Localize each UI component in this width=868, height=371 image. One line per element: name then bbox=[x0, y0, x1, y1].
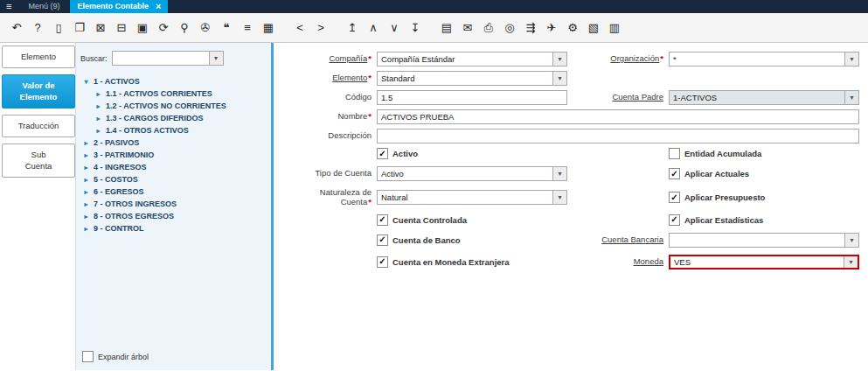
dropdown-arrow-icon[interactable]: ▾ bbox=[844, 91, 858, 104]
dropdown-arrow-icon[interactable]: ▾ bbox=[552, 167, 566, 180]
tree-expand-icon[interactable]: ▸ bbox=[82, 176, 90, 184]
organizacion-combobox[interactable]: *▾ bbox=[669, 52, 859, 66]
tipo-de-cuenta-combobox[interactable]: Activo▾ bbox=[377, 166, 567, 181]
checkbox-icon[interactable]: ✓ bbox=[377, 234, 388, 246]
tree-expand-icon[interactable]: ▸ bbox=[94, 115, 102, 122]
cuenta-controlada-checkbox[interactable]: ✓ Cuenta Controlada bbox=[377, 214, 567, 226]
tree-expand-icon[interactable]: ▸ bbox=[82, 151, 90, 159]
workflow-icon[interactable]: ▥ bbox=[604, 22, 625, 33]
compania-label-text[interactable]: Compañía bbox=[329, 53, 367, 63]
tree-item[interactable]: ▸5 - COSTOS bbox=[82, 173, 269, 186]
help-icon[interactable]: ? bbox=[27, 22, 48, 33]
undo-icon[interactable]: ↶ bbox=[6, 22, 27, 33]
chat-icon[interactable]: ❝ bbox=[216, 22, 237, 33]
find-icon[interactable]: ⚲ bbox=[174, 22, 195, 33]
nombre-input[interactable] bbox=[377, 109, 859, 124]
previous-record-icon[interactable]: ∧ bbox=[363, 22, 384, 33]
tree-expand-icon[interactable]: ▸ bbox=[94, 90, 102, 98]
grid-view-icon[interactable]: ▦ bbox=[258, 22, 279, 33]
next-record-icon[interactable]: ∨ bbox=[384, 22, 405, 33]
tab-valor-de-elemento[interactable]: Valor de Elemento bbox=[2, 74, 75, 108]
tree-item[interactable]: ▸3 - PATRIMONIO bbox=[82, 149, 269, 161]
tree-item[interactable]: ▸1.2 - ACTIVOS NO CORRIENTES bbox=[82, 100, 269, 112]
zoom-across-icon[interactable]: ◎ bbox=[499, 22, 520, 33]
cuenta-de-banco-checkbox[interactable]: ✓ Cuenta de Banco bbox=[377, 234, 567, 246]
delete-selection-icon[interactable]: ⊟ bbox=[111, 22, 132, 33]
tree-item[interactable]: ▸6 - EGRESOS bbox=[82, 186, 269, 198]
refresh-icon[interactable]: ⟳ bbox=[153, 22, 174, 33]
elemento-label-text[interactable]: Elemento bbox=[332, 73, 367, 82]
save-icon[interactable]: ▣ bbox=[132, 22, 153, 33]
requests-icon[interactable]: ✈ bbox=[541, 22, 562, 33]
tree-expand-icon[interactable]: ▾ bbox=[82, 78, 90, 86]
tree-expand-icon[interactable]: ▸ bbox=[82, 200, 90, 208]
cuenta-padre-label-text[interactable]: Cuenta Padre bbox=[612, 92, 663, 102]
cuenta-padre-combobox[interactable]: 1-ACTIVOS▾ bbox=[669, 90, 859, 105]
tree-expand-icon[interactable]: ▸ bbox=[94, 102, 102, 110]
aplicar-estadisticas-checkbox[interactable]: ✓ Aplicar Estadísticas bbox=[669, 214, 859, 226]
checkbox-icon[interactable]: ✓ bbox=[377, 214, 388, 226]
tree-expand-icon[interactable]: ▸ bbox=[82, 139, 90, 147]
codigo-input[interactable] bbox=[377, 90, 567, 105]
organizacion-label-text[interactable]: Organización bbox=[610, 53, 659, 63]
menu-icon[interactable]: ≡ bbox=[0, 0, 17, 13]
tab-sub-cuenta[interactable]: Sub Cuenta bbox=[2, 144, 75, 178]
checkbox-icon[interactable] bbox=[669, 148, 680, 159]
dropdown-arrow-icon[interactable]: ▾ bbox=[552, 191, 566, 204]
entidad-acumulada-checkbox[interactable]: Entidad Acumulada bbox=[669, 148, 859, 159]
elemento-combobox[interactable]: Standard▾ bbox=[377, 71, 567, 86]
delete-record-icon[interactable]: ⊠ bbox=[90, 22, 111, 33]
moneda-label-text[interactable]: Moneda bbox=[634, 256, 663, 266]
aplicar-presupuesto-checkbox[interactable]: ✓ Aplicar Presupuesto bbox=[669, 192, 859, 203]
checkbox-icon[interactable]: ✓ bbox=[669, 168, 680, 179]
tree-item[interactable]: ▸1.3 - CARGOS DIFERIDOS bbox=[82, 112, 269, 124]
copy-record-icon[interactable]: ❐ bbox=[69, 22, 90, 33]
new-record-icon[interactable]: ▯ bbox=[48, 22, 69, 33]
tree-expand-icon[interactable]: ▸ bbox=[82, 188, 90, 196]
tree-item[interactable]: ▸1.4 - OTROS ACTIVOS bbox=[82, 124, 269, 136]
checkbox-icon[interactable]: ✓ bbox=[669, 214, 680, 226]
compania-combobox[interactable]: Compañía Estándar▾ bbox=[377, 52, 567, 66]
tree-item[interactable]: ▾1 - ACTIVOS bbox=[82, 75, 269, 88]
descripcion-input[interactable] bbox=[377, 129, 859, 144]
active-workflows-icon[interactable]: ⇶ bbox=[520, 22, 541, 33]
dropdown-arrow-icon[interactable]: ▾ bbox=[844, 52, 858, 66]
tree-search-combobox[interactable]: ▾ bbox=[112, 51, 224, 66]
print-icon[interactable]: ⎙ bbox=[478, 22, 499, 33]
attachment-icon[interactable]: ✇ bbox=[195, 22, 216, 33]
product-info-icon[interactable]: ▧ bbox=[583, 22, 604, 33]
dropdown-arrow-icon[interactable]: ▾ bbox=[552, 72, 566, 85]
tab-menu[interactable]: Menú (9) bbox=[17, 0, 70, 13]
tree-item[interactable]: ▸1.1 - ACTIVOS CORRIENTES bbox=[82, 88, 269, 100]
nav-next-icon[interactable]: > bbox=[310, 22, 331, 33]
tree-item[interactable]: ▸4 - INGRESOS bbox=[82, 161, 269, 173]
archive-icon[interactable]: ✉ bbox=[457, 22, 478, 33]
tree-item[interactable]: ▸2 - PASIVOS bbox=[82, 136, 269, 149]
checkbox-icon[interactable]: ✓ bbox=[377, 256, 388, 268]
tree-expand-icon[interactable]: ▸ bbox=[82, 164, 90, 172]
tree-expand-icon[interactable]: ▸ bbox=[82, 225, 90, 233]
aplicar-actuales-checkbox[interactable]: ✓ Aplicar Actuales bbox=[669, 168, 859, 179]
dropdown-arrow-icon[interactable]: ▾ bbox=[552, 52, 566, 66]
last-record-icon[interactable]: ↧ bbox=[405, 22, 426, 33]
activo-checkbox[interactable]: ✓ Activo bbox=[377, 148, 567, 159]
checkbox-icon[interactable]: ✓ bbox=[669, 192, 680, 203]
toggle-multi-row-icon[interactable]: ≡ bbox=[237, 22, 258, 33]
moneda-combobox[interactable]: VES▾ bbox=[669, 255, 859, 270]
nav-previous-icon[interactable]: < bbox=[289, 22, 310, 33]
preference-icon[interactable]: ⚙ bbox=[562, 22, 583, 33]
expand-tree-checkbox[interactable] bbox=[82, 351, 94, 362]
tree-item[interactable]: ▸8 - OTROS EGRESOS bbox=[82, 210, 269, 222]
tab-elemento[interactable]: Elemento bbox=[2, 46, 75, 68]
checkbox-icon[interactable]: ✓ bbox=[377, 148, 388, 159]
tree-expand-icon[interactable]: ▸ bbox=[82, 213, 90, 220]
tree-expand-icon[interactable]: ▸ bbox=[94, 127, 102, 135]
naturaleza-de-cuenta-combobox[interactable]: Natural▾ bbox=[377, 190, 567, 205]
report-icon[interactable]: ▤ bbox=[436, 22, 457, 33]
first-record-icon[interactable]: ↥ bbox=[342, 22, 363, 33]
dropdown-arrow-icon[interactable]: ▾ bbox=[844, 256, 858, 268]
tab-elemento-contable[interactable]: Elemento Contable × bbox=[70, 0, 168, 13]
tree-item[interactable]: ▸7 - OTROS INGRESOS bbox=[82, 198, 269, 210]
dropdown-arrow-icon[interactable]: ▾ bbox=[209, 52, 223, 65]
cuenta-en-moneda-extranjera-checkbox[interactable]: ✓ Cuenta en Moneda Extranjera bbox=[377, 256, 567, 268]
